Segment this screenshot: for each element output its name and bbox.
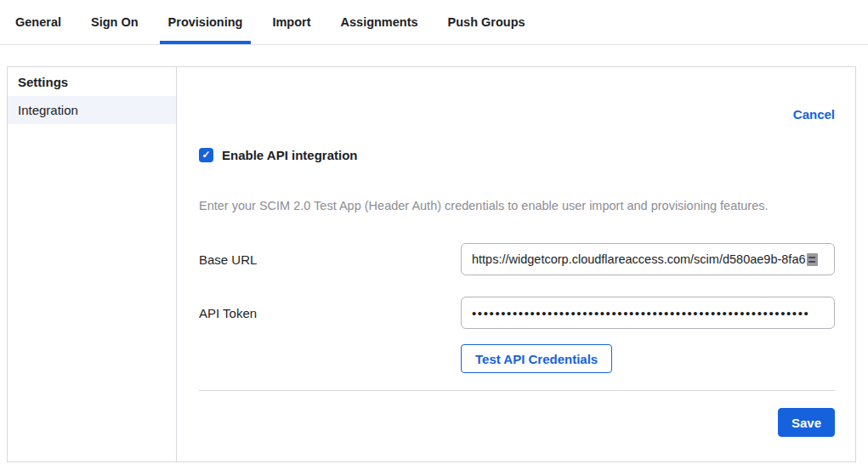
text-cursor	[807, 253, 818, 266]
footer-divider	[199, 390, 835, 391]
tab-general[interactable]: General	[7, 0, 70, 44]
tab-sign-on[interactable]: Sign On	[82, 0, 147, 44]
app-tab-bar: General Sign On Provisioning Import Assi…	[0, 0, 868, 45]
cancel-row: Cancel	[199, 107, 835, 122]
enable-api-label: Enable API integration	[222, 148, 357, 162]
base-url-row: Base URL https://widgetcorp.cloudflareac…	[199, 243, 835, 275]
base-url-input[interactable]: https://widgetcorp.cloudflareaccess.com/…	[461, 243, 835, 275]
sidebar-item-integration[interactable]: Integration	[8, 96, 176, 124]
save-button[interactable]: Save	[778, 408, 835, 437]
base-url-value: https://widgetcorp.cloudflareaccess.com/…	[472, 252, 806, 266]
api-token-masked-value: ••••••••••••••••••••••••••••••••••••••••…	[472, 306, 809, 320]
tab-provisioning[interactable]: Provisioning	[160, 0, 252, 44]
test-api-credentials-button[interactable]: Test API Credentials	[461, 344, 612, 373]
test-credentials-row: Test API Credentials	[461, 344, 835, 373]
checkmark-icon: ✓	[201, 149, 210, 161]
tab-import[interactable]: Import	[264, 0, 319, 44]
sidebar-header-settings: Settings	[8, 67, 176, 96]
enable-api-row: ✓ Enable API integration	[199, 148, 835, 162]
api-token-row: API Token ••••••••••••••••••••••••••••••…	[199, 297, 835, 329]
tab-push-groups[interactable]: Push Groups	[440, 0, 534, 44]
integration-settings-form: Cancel ✓ Enable API integration Enter yo…	[177, 67, 855, 462]
settings-sidebar: Settings Integration	[8, 67, 177, 462]
save-row: Save	[199, 408, 835, 437]
credentials-description: Enter your SCIM 2.0 Test App (Header Aut…	[199, 199, 835, 212]
api-token-label: API Token	[199, 306, 461, 320]
provisioning-panel: Settings Integration Cancel ✓ Enable API…	[7, 66, 856, 462]
api-token-input[interactable]: ••••••••••••••••••••••••••••••••••••••••…	[461, 297, 835, 329]
tab-assignments[interactable]: Assignments	[332, 0, 427, 44]
enable-api-checkbox[interactable]: ✓	[199, 148, 213, 162]
base-url-label: Base URL	[199, 252, 461, 267]
cancel-button[interactable]: Cancel	[793, 107, 835, 122]
